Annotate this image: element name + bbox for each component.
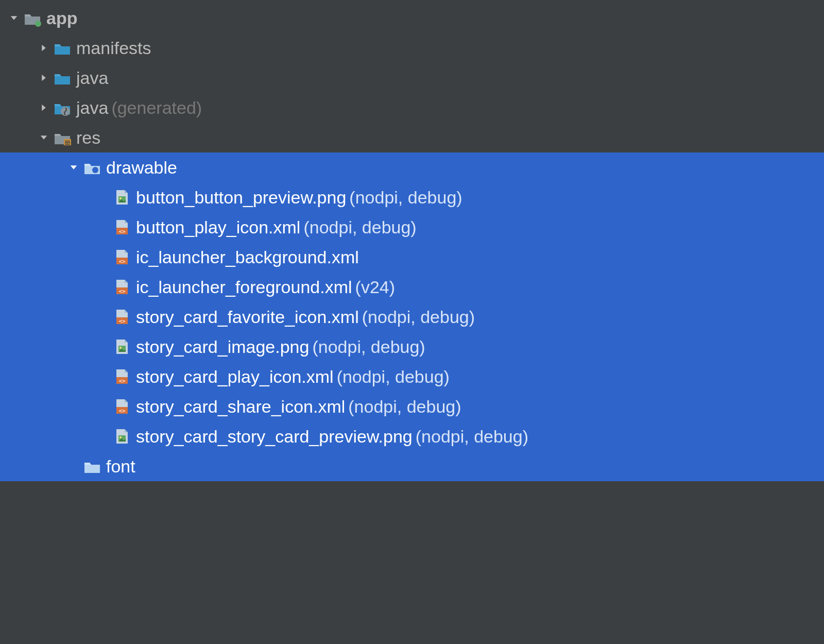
svg-point-18 <box>119 347 122 349</box>
tree-item-qualifier: (generated) <box>111 98 202 118</box>
tree-item-file[interactable]: <> story_card_favorite_icon.xml (nodpi, … <box>0 302 824 332</box>
tree-item-label: story_card_story_card_preview.png <box>136 427 413 447</box>
tree-item-label: button_play_icon.xml <box>136 217 300 238</box>
svg-text:<>: <> <box>118 258 126 265</box>
folder-icon <box>54 69 71 87</box>
chevron-right-icon[interactable] <box>35 39 53 57</box>
chevron-right-icon[interactable] <box>35 99 53 116</box>
chevron-right-icon[interactable] <box>35 69 53 87</box>
chevron-placeholder <box>65 457 82 475</box>
tree-item-label: res <box>76 128 100 148</box>
tree-item-file[interactable]: <> story_card_play_icon.xml (nodpi, debu… <box>0 362 824 392</box>
tree-item-qualifier: (nodpi, debug) <box>312 337 425 357</box>
image-file-icon <box>113 428 131 445</box>
chevron-placeholder <box>95 278 112 296</box>
svg-text:<>: <> <box>118 378 126 384</box>
tree-item-label: app <box>46 8 77 28</box>
tree-item-qualifier: (nodpi, debug) <box>303 217 416 238</box>
tree-item-label: story_card_play_icon.xml <box>136 367 334 387</box>
tree-item-label: ic_launcher_foreground.xml <box>136 277 352 297</box>
tree-item-label: story_card_favorite_icon.xml <box>136 307 359 327</box>
tree-item-label: java <box>76 68 108 88</box>
tree-item-app[interactable]: app <box>0 3 824 33</box>
tree-item-file[interactable]: <> story_card_share_icon.xml (nodpi, deb… <box>0 392 824 421</box>
tree-item-label: manifests <box>76 38 151 58</box>
tree-item-qualifier: (nodpi, debug) <box>362 307 475 327</box>
tree-item-file[interactable]: story_card_story_card_preview.png (nodpi… <box>0 421 824 451</box>
tree-item-label: java <box>76 98 108 118</box>
tree-item-file[interactable]: <> ic_launcher_background.xml <box>0 242 824 272</box>
tree-item-qualifier: (nodpi, debug) <box>337 367 450 387</box>
tree-item-file[interactable]: <> button_play_icon.xml (nodpi, debug) <box>0 212 824 242</box>
svg-rect-3 <box>65 141 70 142</box>
generated-folder-icon <box>54 99 71 116</box>
chevron-placeholder <box>95 368 112 385</box>
image-file-icon <box>113 338 131 355</box>
tree-item-res[interactable]: res <box>0 123 824 152</box>
tree-item-label: font <box>106 456 135 477</box>
chevron-placeholder <box>95 428 112 445</box>
chevron-down-icon[interactable] <box>5 9 23 27</box>
resource-folder-icon <box>54 129 71 146</box>
svg-rect-4 <box>65 142 70 143</box>
tree-item-label: story_card_share_icon.xml <box>136 397 345 417</box>
project-tree[interactable]: app manifests java <box>0 0 824 481</box>
tree-item-qualifier: (nodpi, debug) <box>349 188 462 208</box>
svg-text:<>: <> <box>118 318 126 325</box>
tree-item-java[interactable]: java <box>0 63 824 93</box>
chevron-placeholder <box>95 338 112 355</box>
tree-item-file[interactable]: <> ic_launcher_foreground.xml (v24) <box>0 272 824 302</box>
tree-item-file[interactable]: button_button_preview.png (nodpi, debug) <box>0 182 824 212</box>
image-file-icon <box>113 189 131 206</box>
tree-item-font[interactable]: font <box>0 451 824 481</box>
folder-icon <box>54 39 71 57</box>
tree-item-label: drawable <box>106 158 177 178</box>
chevron-down-icon[interactable] <box>65 159 82 176</box>
tree-item-label: story_card_image.png <box>136 337 309 357</box>
svg-point-24 <box>119 436 122 438</box>
svg-text:<>: <> <box>118 288 126 295</box>
tree-item-drawable[interactable]: drawable <box>0 152 824 182</box>
svg-rect-5 <box>65 144 70 145</box>
tree-item-qualifier: (nodpi, debug) <box>348 397 461 417</box>
xml-file-icon: <> <box>113 368 131 385</box>
chevron-placeholder <box>95 189 112 206</box>
chevron-down-icon[interactable] <box>35 129 53 146</box>
svg-text:<>: <> <box>118 228 126 235</box>
chevron-placeholder <box>95 308 112 326</box>
tree-item-file[interactable]: story_card_image.png (nodpi, debug) <box>0 332 824 362</box>
folder-icon <box>83 457 101 475</box>
chevron-placeholder <box>95 398 112 415</box>
tree-item-label: button_button_preview.png <box>136 188 346 208</box>
tree-item-java-generated[interactable]: java (generated) <box>0 93 824 123</box>
svg-text:<>: <> <box>118 408 126 414</box>
xml-file-icon: <> <box>113 218 131 236</box>
xml-file-icon: <> <box>113 278 131 296</box>
tree-item-label: ic_launcher_background.xml <box>136 247 359 267</box>
chevron-placeholder <box>95 248 112 266</box>
drawable-folder-icon <box>83 159 101 176</box>
svg-point-6 <box>92 167 98 173</box>
module-folder-icon <box>24 9 41 27</box>
xml-file-icon: <> <box>113 398 131 415</box>
xml-file-icon: <> <box>113 248 131 266</box>
svg-point-0 <box>35 21 41 27</box>
tree-item-manifests[interactable]: manifests <box>0 33 824 63</box>
chevron-placeholder <box>95 218 112 236</box>
svg-point-8 <box>119 197 122 199</box>
tree-item-qualifier: (v24) <box>355 277 395 297</box>
xml-file-icon: <> <box>113 308 131 326</box>
tree-item-qualifier: (nodpi, debug) <box>416 427 528 447</box>
